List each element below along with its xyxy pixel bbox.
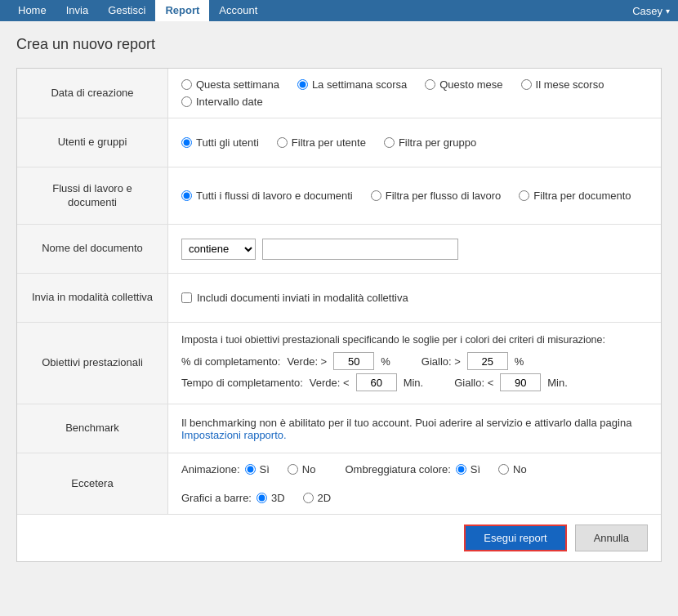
- radio-grafici-2d-label[interactable]: 2D: [318, 492, 332, 504]
- row-nome-documento: Nome del documento contiene inizia con è…: [17, 225, 661, 274]
- grafici-group: Grafici a barre: 3D 2D: [181, 492, 344, 504]
- nav-invia[interactable]: Invia: [56, 0, 98, 21]
- radio-grafici-2d-input[interactable]: [303, 493, 314, 503]
- radio-grafici-3d[interactable]: 3D: [256, 492, 285, 504]
- radio-filtra-flusso[interactable]: Filtra per flusso di lavoro: [371, 190, 502, 202]
- label-data-creazione: Data di creazione: [17, 69, 168, 118]
- radio-la-settimana-scorsa[interactable]: La settimana scorsa: [297, 78, 407, 91]
- radio-grafici-2d[interactable]: 2D: [303, 492, 332, 504]
- radio-tutti-flussi-label[interactable]: Tutti i flussi di lavoro e documenti: [196, 190, 353, 202]
- radio-animazione-si[interactable]: Sì: [245, 463, 270, 475]
- label-flussi: Flussi di lavoro e documenti: [17, 167, 168, 224]
- checkbox-collettiva[interactable]: [181, 292, 192, 303]
- radio-filtra-utente[interactable]: Filtra per utente: [277, 136, 366, 149]
- radio-filtra-gruppo-input[interactable]: [384, 137, 395, 148]
- verde-completamento-unit: %: [381, 355, 390, 368]
- radio-tutti-utenti-label[interactable]: Tutti gli utenti: [196, 136, 259, 149]
- form-footer: Esegui report Annulla: [17, 514, 661, 561]
- radio-filtra-utente-input[interactable]: [277, 137, 288, 148]
- verde-time-input[interactable]: [356, 373, 397, 391]
- doc-name-input[interactable]: [262, 239, 458, 260]
- radio-ombreggiatura-si-input[interactable]: [456, 464, 466, 475]
- radio-questo-mese-input[interactable]: [425, 79, 435, 90]
- checkbox-collettiva-group[interactable]: Includi documenti inviati in modalità co…: [181, 292, 408, 304]
- main-content: Crea un nuovo report Data di creazione Q…: [0, 21, 678, 616]
- content-invia-collettiva: Includi documenti inviati in modalità co…: [168, 274, 661, 322]
- radio-questa-settimana-label[interactable]: Questa settimana: [196, 78, 279, 91]
- radio-tutti-flussi-input[interactable]: [181, 190, 192, 201]
- giallo-time-label: Giallo: <: [454, 377, 493, 389]
- radio-filtra-documento-label[interactable]: Filtra per documento: [533, 190, 631, 202]
- radio-la-settimana-scorsa-input[interactable]: [297, 79, 308, 90]
- nav-report[interactable]: Report: [155, 0, 209, 21]
- ombreggiatura-label: Ombreggiatura colore:: [345, 463, 450, 475]
- radio-il-mese-scorso-label[interactable]: Il mese scorso: [536, 78, 604, 91]
- content-utenti-gruppi: Tutti gli utenti Filtra per utente Filtr…: [168, 118, 661, 167]
- benchmark-link[interactable]: Impostazioni rapporto.: [181, 429, 287, 441]
- radio-intervallo-date[interactable]: Intervallo date: [181, 96, 263, 108]
- radio-filtra-gruppo-label[interactable]: Filtra per gruppo: [399, 136, 476, 149]
- nav-home[interactable]: Home: [8, 0, 56, 21]
- verde-completamento-input[interactable]: [333, 352, 374, 370]
- radio-grafici-3d-label[interactable]: 3D: [271, 492, 285, 504]
- radio-filtra-documento-input[interactable]: [519, 190, 529, 201]
- radio-animazione-si-label[interactable]: Sì: [260, 463, 270, 475]
- radio-questo-mese-label[interactable]: Questo mese: [439, 78, 502, 91]
- content-eccetera: Animazione: Sì No Ombreggiatura colore:: [168, 453, 661, 514]
- radio-intervallo-date-label[interactable]: Intervallo date: [196, 96, 263, 108]
- user-menu[interactable]: Casey ▾: [632, 5, 670, 17]
- radio-intervallo-date-input[interactable]: [181, 96, 192, 107]
- radio-tutti-utenti-input[interactable]: [181, 137, 192, 148]
- radio-questa-settimana[interactable]: Questa settimana: [181, 78, 279, 91]
- radio-animazione-no-label[interactable]: No: [302, 463, 316, 475]
- run-report-button[interactable]: Esegui report: [464, 524, 566, 551]
- nav-account[interactable]: Account: [209, 0, 267, 21]
- radio-ombreggiatura-si[interactable]: Sì: [456, 463, 480, 475]
- cancel-button[interactable]: Annulla: [575, 524, 648, 551]
- radio-ombreggiatura-no-label[interactable]: No: [513, 463, 527, 475]
- radio-filtra-documento[interactable]: Filtra per documento: [519, 190, 631, 202]
- radio-ombreggiatura-no[interactable]: No: [498, 463, 527, 475]
- row-obiettivi: Obiettivi prestazionali Imposta i tuoi o…: [17, 323, 661, 404]
- nav-gestisci[interactable]: Gestisci: [98, 0, 155, 21]
- radio-grafici-3d-input[interactable]: [256, 493, 267, 503]
- radio-il-mese-scorso[interactable]: Il mese scorso: [521, 78, 604, 91]
- verde-time-label: Verde: <: [310, 377, 350, 389]
- obiettivi-completamento-row: % di completamento: Verde: > % Giallo: >…: [181, 352, 648, 370]
- radio-filtra-flusso-input[interactable]: [371, 190, 381, 201]
- radio-ombreggiatura-no-input[interactable]: [498, 464, 509, 475]
- giallo-completamento-label: Giallo: >: [422, 355, 461, 368]
- benchmark-text-before: Il benchmarking non è abilitato per il t…: [181, 417, 631, 429]
- giallo-time-input[interactable]: [500, 373, 541, 391]
- radio-filtra-utente-label[interactable]: Filtra per utente: [292, 136, 366, 149]
- doc-name-select[interactable]: contiene inizia con è uguale a: [181, 239, 256, 260]
- row-eccetera: Eccetera Animazione: Sì No Ombregg: [17, 453, 661, 514]
- content-obiettivi: Imposta i tuoi obiettivi prestazionali s…: [168, 323, 661, 404]
- radio-animazione-no[interactable]: No: [288, 463, 316, 475]
- content-benchmark: Il benchmarking non è abilitato per il t…: [168, 404, 661, 453]
- radio-la-settimana-scorsa-label[interactable]: La settimana scorsa: [312, 78, 407, 91]
- radio-tutti-flussi[interactable]: Tutti i flussi di lavoro e documenti: [181, 190, 353, 202]
- radio-questo-mese[interactable]: Questo mese: [425, 78, 502, 91]
- radio-filtra-gruppo[interactable]: Filtra per gruppo: [384, 136, 476, 149]
- radio-animazione-no-input[interactable]: [288, 464, 298, 475]
- radio-questa-settimana-input[interactable]: [181, 79, 192, 90]
- radio-filtra-flusso-label[interactable]: Filtra per flusso di lavoro: [386, 190, 502, 202]
- radio-animazione-si-input[interactable]: [245, 464, 256, 475]
- checkbox-collettiva-label[interactable]: Includi documenti inviati in modalità co…: [197, 292, 408, 304]
- tempo-label: Tempo di completamento:: [181, 377, 303, 389]
- row-utenti-gruppi: Utenti e gruppi Tutti gli utenti Filtra …: [17, 118, 661, 167]
- giallo-completamento-input[interactable]: [467, 352, 508, 370]
- label-utenti-gruppi: Utenti e gruppi: [17, 118, 168, 167]
- row-invia-collettiva: Invia in modalità collettiva Includi doc…: [17, 274, 661, 323]
- label-nome-documento: Nome del documento: [17, 225, 168, 273]
- radio-il-mese-scorso-input[interactable]: [521, 79, 532, 90]
- row-data-creazione: Data di creazione Questa settimana La se…: [17, 69, 661, 118]
- giallo-completamento-unit: %: [515, 355, 524, 368]
- radio-ombreggiatura-si-label[interactable]: Sì: [471, 463, 480, 475]
- content-data-creazione: Questa settimana La settimana scorsa Que…: [168, 69, 661, 118]
- radio-tutti-utenti[interactable]: Tutti gli utenti: [181, 136, 259, 149]
- benchmark-text: Il benchmarking non è abilitato per il t…: [181, 417, 648, 441]
- label-benchmark: Benchmark: [17, 404, 168, 453]
- content-flussi: Tutti i flussi di lavoro e documenti Fil…: [168, 167, 661, 224]
